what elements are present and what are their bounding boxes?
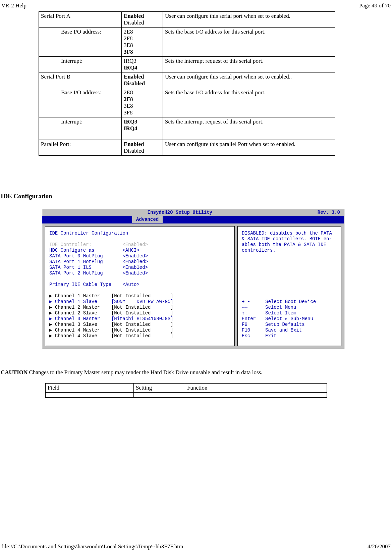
bios-channel-row: ▶ Channel 1 Slave [SONY DVD RW AW-G5] [49,299,230,305]
indent-cell [39,57,59,72]
bios-menubar: Advanced [42,216,344,223]
bios-cable-row: Primary IDE Cable Type <Auto> [49,282,230,288]
field-cell: Serial Port A [39,12,122,28]
table-row: Base I/O address:2E82F83E83F8Sets the ba… [39,28,335,57]
bios-config-row: SATA Port 1 ILS <Enabled> [49,265,230,270]
header-left: VR-2 Help [1,2,26,9]
caution-label: CAUTION [1,369,27,375]
bios-titlebar: InsydeH2O Setup Utility Rev. 3.0 [42,209,344,216]
table-row: Serial Port BEnabledDisabledUser can con… [39,72,335,88]
col-field: Field [46,384,134,393]
field-cell: Base I/O address: [59,28,122,57]
table-empty-row [46,393,327,398]
setting-cell: 2E82F83E83F8 [122,88,163,117]
bios-right-pane: DISABLED: disables both the PATA & SATA … [237,226,341,346]
setting-cell: EnabledDisabled [122,140,163,156]
function-cell: Sets the base I/O address for this seria… [163,88,335,117]
bios-config-row: SATA Port 2 HotPlug <Enabled> [49,270,230,276]
bios-config-row: IDE Controller: <Enabled> [49,242,230,248]
bios-channel-row: ▶ Channel 3 Master [Hitachi HTS541680J9S… [49,316,230,322]
footer-left: file://C:\Documents and Settings\harwood… [1,543,183,550]
bios-key-line: EnterSelect ▸ Sub-Menu [242,316,337,322]
function-cell: User can configure this parallel Port wh… [163,140,335,156]
bios-key-line: F10Save and Exit [242,328,337,333]
bios-key-line: + -Select Boot Device [242,299,337,305]
bios-channel-row: ▶ Channel 2 Slave [Not Installed ] [49,310,230,316]
field-cell: Interrupt: [59,57,122,72]
content: Serial Port AEnabledDisabledUser can con… [0,0,392,398]
setting-cell: EnabledDisabled [122,72,163,88]
table-header-row: Field Setting Function [46,384,327,393]
bios-channel-row: ▶ Channel 1 Master [Not Installed ] [49,293,230,299]
setting-cell: 2E82F83E83F8 [122,28,163,57]
bios-key-line: ↑↓Select Item [242,310,337,316]
field-cell: Serial Port B [39,72,122,88]
setting-cell: EnabledDisabled [122,12,163,28]
table-row: Parallel Port:EnabledDisabledUser can co… [39,140,335,156]
header-right: Page 49 of 70 [359,2,391,9]
field-cell: Parallel Port: [39,140,122,156]
table-row: Interrupt:IRQ3IRQ4 Sets the interrupt re… [39,117,335,140]
indent-cell [39,28,59,57]
bios-channel-row: ▶ Channel 3 Slave [Not Installed ] [49,322,230,328]
bios-revision: Rev. 3.0 [318,210,344,215]
bios-config-row: SATA Port 1 HotPlug <Enabled> [49,259,230,265]
field-cell: Base I/O address: [59,88,122,117]
table-row: Interrupt:IRQ3IRQ4Sets the interrupt req… [39,57,335,72]
bios-config-row: SATA Port 0 HotPlug <Enabled> [49,253,230,259]
indent-cell [39,88,59,117]
function-cell: Sets the interrupt request of this seria… [163,117,335,140]
bios-title: InsydeH2O Setup Utility [148,210,212,215]
caution-line: CAUTION Changes to the Primary Master se… [1,369,355,376]
page: VR-2 Help Page 49 of 70 Serial Port AEna… [0,0,392,552]
settings-table-2: Field Setting Function [45,383,327,398]
field-cell: Interrupt: [59,117,122,140]
empty-cell [185,393,327,398]
section-heading: IDE Configuration [1,193,355,200]
bios-key-line: F9Setup Defaults [242,322,337,328]
setting-cell: IRQ3IRQ4 [122,57,163,72]
bios-help-block: DISABLED: disables both the PATA & SATA … [242,231,337,253]
bios-channel-row: ▶ Channel 4 Slave [Not Installed ] [49,333,230,339]
bios-key-line: EscExit [242,333,337,339]
bios-key-line: ←→Select Menu [242,305,337,310]
bios-channel-row: ▶ Channel 2 Master [Not Installed ] [49,305,230,310]
bios-body: IDE Controller ConfigurationIDE Controll… [42,223,344,349]
indent-cell [39,117,59,140]
footer-right: 4/26/2007 [368,543,391,550]
function-cell: User can configure this serial port when… [163,12,335,28]
bios-config-row: HDC Configure as <AHCI> [49,248,230,253]
setting-cell: IRQ3IRQ4 [122,117,163,140]
table-row: Serial Port AEnabledDisabledUser can con… [39,12,335,28]
col-setting: Setting [134,384,185,393]
col-function: Function [185,384,327,393]
bios-menu-tab: Advanced [132,216,163,223]
function-cell: Sets the interrupt request of this seria… [163,57,335,72]
settings-table: Serial Port AEnabledDisabledUser can con… [39,11,335,156]
caution-text: Changes to the Primary Master setup may … [27,369,262,375]
bios-left-pane: IDE Controller ConfigurationIDE Controll… [45,226,235,346]
bios-channel-row: ▶ Channel 4 Master [Not Installed ] [49,328,230,333]
empty-cell [46,393,134,398]
bios-heading: IDE Controller Configuration [49,231,230,236]
bios-screenshot: InsydeH2O Setup Utility Rev. 3.0 Advance… [42,209,344,349]
function-cell: User can configure this serial port when… [163,72,335,88]
function-cell: Sets the base I/O address for this seria… [163,28,335,57]
bios-keys-block: + -Select Boot Device←→Select Menu↑↓Sele… [242,299,337,339]
table-row: Base I/O address:2E82F83E83F8Sets the ba… [39,88,335,117]
empty-cell [134,393,185,398]
